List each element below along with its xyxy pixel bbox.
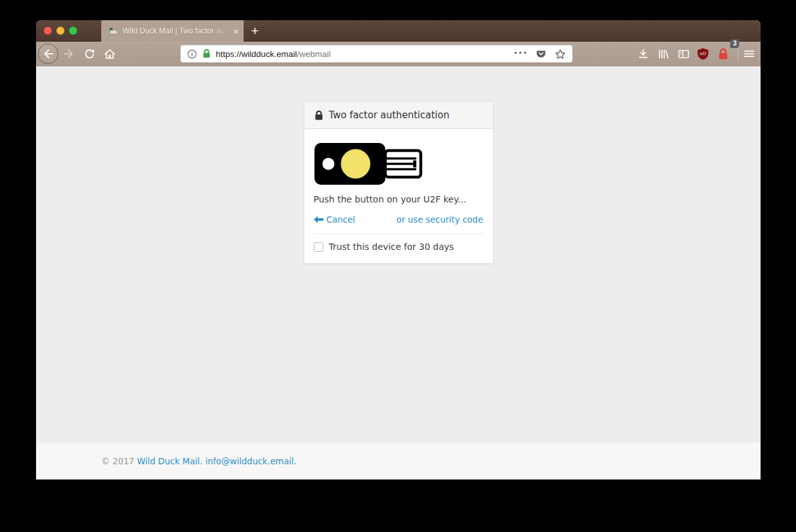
hamburger-icon	[743, 47, 756, 60]
card-header: Two factor authentication	[304, 102, 493, 129]
navigation-toolbar: https://wildduck.email/webmail •••	[36, 42, 761, 66]
close-window-button[interactable]	[44, 27, 52, 35]
red-lock-icon	[717, 47, 730, 61]
cancel-label: Cancel	[326, 214, 356, 225]
toolbar-separator	[738, 46, 738, 62]
duck-favicon-icon	[108, 26, 118, 36]
card-body: Push the button on your U2F key... Cance…	[304, 129, 493, 263]
page-actions-icon[interactable]: •••	[514, 49, 528, 59]
contact-email-link[interactable]: info@wildduck.email.	[205, 456, 296, 466]
site-info-icon[interactable]	[187, 49, 197, 59]
u2f-key-image	[314, 142, 425, 185]
reload-button[interactable]	[79, 44, 99, 64]
url-bar[interactable]: https://wildduck.email/webmail •••	[180, 45, 573, 63]
library-icon	[657, 47, 670, 61]
pocket-icon[interactable]	[535, 48, 547, 59]
new-tab-button[interactable]: +	[246, 20, 264, 42]
tab-wild-duck-mail[interactable]: Wild Duck Mail | Two factor auth ×	[101, 20, 244, 42]
page-content: Two factor authentication Push the butto…	[36, 66, 761, 479]
tab-title: Wild Duck Mail | Two factor auth	[123, 27, 230, 35]
ublock-shield-icon: uO	[696, 47, 710, 61]
reload-icon	[83, 47, 96, 61]
home-icon	[103, 47, 116, 61]
cancel-link[interactable]: Cancel	[314, 214, 356, 225]
divider	[314, 233, 483, 234]
back-arrow-icon	[314, 216, 323, 223]
copyright-text: © 2017	[101, 456, 134, 466]
site-footer: © 2017 Wild Duck Mail. info@wildduck.ema…	[36, 443, 761, 479]
window-controls	[44, 27, 77, 35]
lock-icon	[314, 110, 324, 121]
tab-close-icon[interactable]: ×	[233, 27, 239, 36]
card-title: Two factor authentication	[329, 109, 450, 121]
download-icon	[637, 47, 650, 61]
trust-device-checkbox[interactable]	[314, 242, 323, 252]
library-button[interactable]	[653, 44, 673, 64]
two-factor-card: Two factor authentication Push the butto…	[304, 101, 494, 264]
forward-button[interactable]	[59, 44, 79, 64]
sidebar-icon	[677, 47, 690, 61]
use-security-code-link[interactable]: or use security code	[396, 214, 483, 225]
trust-device-label: Trust this device for 30 days	[329, 242, 454, 252]
menu-button[interactable]	[739, 44, 759, 64]
ublock-label: uO	[700, 51, 706, 56]
back-button[interactable]	[38, 44, 58, 64]
lock-extension-button[interactable]: 3	[713, 44, 733, 64]
titlebar: Wild Duck Mail | Two factor auth × +	[36, 20, 761, 42]
bookmark-star-icon[interactable]	[554, 48, 566, 60]
home-button[interactable]	[99, 44, 120, 64]
url-host: https://wildduck.email	[216, 49, 297, 59]
https-lock-icon[interactable]	[202, 49, 211, 59]
minimize-window-button[interactable]	[56, 27, 65, 35]
ublock-origin-button[interactable]: uO	[693, 44, 713, 64]
brand-link[interactable]: Wild Duck Mail.	[137, 456, 202, 466]
sidebar-toggle-button[interactable]	[673, 44, 693, 64]
url-text[interactable]: https://wildduck.email/webmail	[216, 49, 509, 59]
links-row: Cancel or use security code	[314, 214, 483, 225]
trust-device-row: Trust this device for 30 days	[314, 242, 483, 252]
downloads-button[interactable]	[633, 44, 653, 64]
zoom-window-button[interactable]	[69, 27, 77, 35]
push-message: Push the button on your U2F key...	[314, 194, 483, 204]
forward-arrow-icon	[62, 47, 76, 61]
browser-window: Wild Duck Mail | Two factor auth × +	[36, 20, 761, 479]
back-arrow-icon	[41, 47, 55, 61]
url-path: /webmail	[297, 49, 330, 59]
